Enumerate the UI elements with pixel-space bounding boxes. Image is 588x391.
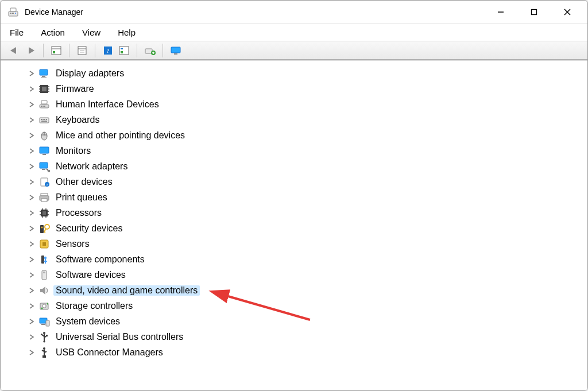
tree-node-print[interactable]: Print queues <box>1 189 587 205</box>
monitor-icon <box>38 145 50 157</box>
tree-node-soft-dev[interactable]: Software devices <box>1 267 587 282</box>
menu-help[interactable]: Help <box>115 26 138 38</box>
add-hardware-button[interactable] <box>142 43 158 58</box>
tree-node-label: Sensors <box>53 239 92 249</box>
hid-icon <box>38 99 50 110</box>
expand-chevron-icon[interactable] <box>28 101 35 108</box>
keyboard-icon <box>38 114 50 126</box>
expand-chevron-icon[interactable] <box>28 179 35 185</box>
tree-node-label: Other devices <box>53 177 115 187</box>
tree-node-label: Storage controllers <box>53 301 135 311</box>
expand-chevron-icon[interactable] <box>28 241 35 247</box>
usbconn-icon <box>38 347 50 358</box>
puzzle-icon <box>38 254 50 265</box>
remote-button[interactable] <box>168 43 184 58</box>
tree-node-label: Security devices <box>53 223 125 234</box>
tree-node-processors[interactable]: Processors <box>1 205 587 220</box>
svg-rect-6 <box>532 9 537 14</box>
tree-node-keyboards[interactable]: Keyboards <box>1 112 587 127</box>
menu-action[interactable]: Action <box>38 26 67 38</box>
scan-button[interactable] <box>116 43 132 58</box>
help-button[interactable]: ? <box>100 43 116 58</box>
speaker-icon <box>38 285 50 296</box>
caption-buttons <box>484 1 584 24</box>
svg-point-3 <box>15 13 16 14</box>
maximize-button[interactable] <box>517 1 551 24</box>
network-icon <box>38 161 50 172</box>
tree-node-label: Mice and other pointing devices <box>53 130 187 141</box>
expand-chevron-icon[interactable] <box>28 148 35 154</box>
window-title: Device Manager <box>25 7 83 17</box>
expand-chevron-icon[interactable] <box>28 132 35 139</box>
menubar: File Action View Help <box>1 24 587 41</box>
close-button[interactable] <box>551 1 584 24</box>
properties-button[interactable] <box>74 43 90 58</box>
show-hidden-button[interactable] <box>48 43 64 58</box>
tree-node-label: Human Interface Devices <box>53 99 161 110</box>
expand-chevron-icon[interactable] <box>28 287 35 294</box>
tree-node-storage[interactable]: Storage controllers <box>1 298 587 313</box>
app-icon <box>7 6 19 18</box>
tree-node-firmware[interactable]: Firmware <box>1 81 587 96</box>
tree-node-hid[interactable]: Human Interface Devices <box>1 96 587 112</box>
expand-chevron-icon[interactable] <box>28 334 35 340</box>
expand-chevron-icon[interactable] <box>28 318 35 325</box>
tree-node-system[interactable]: System devices <box>1 313 587 329</box>
key-icon <box>38 223 50 234</box>
system-icon <box>38 316 50 327</box>
expand-chevron-icon[interactable] <box>28 349 35 356</box>
tree-node-other[interactable]: Other devices <box>1 174 587 189</box>
forward-button[interactable] <box>22 43 38 58</box>
svg-rect-2 <box>12 13 14 14</box>
tree-node-label: System devices <box>53 316 122 327</box>
tree-node-label: Display adapters <box>53 68 126 79</box>
tree-node-label: Universal Serial Bus controllers <box>53 332 185 342</box>
expand-chevron-icon[interactable] <box>28 194 35 201</box>
svg-rect-4 <box>10 8 16 11</box>
tree-node-usb[interactable]: Universal Serial Bus controllers <box>1 329 587 344</box>
tree-node-mice[interactable]: Mice and other pointing devices <box>1 127 587 143</box>
expand-chevron-icon[interactable] <box>28 86 35 92</box>
menu-file[interactable]: File <box>7 26 26 38</box>
expand-chevron-icon[interactable] <box>28 225 35 232</box>
usb-icon <box>38 331 50 343</box>
tree-node-label: Keyboards <box>53 115 102 125</box>
expand-chevron-icon[interactable] <box>28 70 35 77</box>
expand-chevron-icon[interactable] <box>28 117 35 123</box>
storage-icon <box>38 300 50 312</box>
back-button[interactable] <box>6 43 22 58</box>
tree-node-usb-conn[interactable]: USB Connector Managers <box>1 344 587 360</box>
tree-node-soft-comp[interactable]: Software components <box>1 251 587 267</box>
tree-node-label: USB Connector Managers <box>53 347 165 358</box>
tree-node-monitors[interactable]: Monitors <box>1 143 587 158</box>
mouse-icon <box>38 130 50 141</box>
expand-chevron-icon[interactable] <box>28 210 35 216</box>
svg-rect-24 <box>171 47 180 53</box>
titlebar: Device Manager <box>1 1 587 24</box>
tree-node-sound[interactable]: Sound, video and game controllers <box>1 282 587 298</box>
tree-node-label: Sound, video and game controllers <box>53 285 200 296</box>
tree-node-display-adapters[interactable]: Display adapters <box>1 65 587 81</box>
expand-chevron-icon[interactable] <box>28 272 35 278</box>
tree-node-network[interactable]: Network adapters <box>1 158 587 174</box>
expand-chevron-icon[interactable] <box>28 163 35 170</box>
sensor-icon <box>38 238 50 250</box>
tree-node-security[interactable]: Security devices <box>1 220 587 236</box>
device-manager-window: Device Manager File Action View Help <box>0 0 588 391</box>
menu-view[interactable]: View <box>80 26 103 38</box>
tree-node-sensors[interactable]: Sensors <box>1 236 587 251</box>
tree-node-label: Software components <box>53 254 147 265</box>
expand-chevron-icon[interactable] <box>28 303 35 309</box>
tree-node-label: Monitors <box>53 146 93 156</box>
svg-rect-19 <box>121 51 123 53</box>
other-icon <box>38 176 50 188</box>
minimize-button[interactable] <box>484 1 517 24</box>
device-tree-pane[interactable]: Display adaptersFirmwareHuman Interface … <box>1 60 587 390</box>
toolbar: ? <box>1 41 587 60</box>
tree-node-label: Network adapters <box>53 161 130 172</box>
printer-icon <box>38 192 50 203</box>
svg-text:?: ? <box>107 47 110 54</box>
tree-node-label: Processors <box>53 208 104 218</box>
display-icon <box>38 68 50 79</box>
expand-chevron-icon[interactable] <box>28 256 35 263</box>
